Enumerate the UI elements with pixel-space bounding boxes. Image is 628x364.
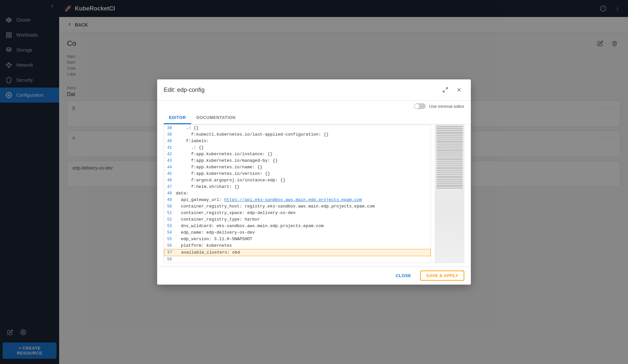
line-number: 52: [164, 216, 176, 223]
line-number: 45: [164, 171, 176, 177]
code-line-39: 39 f:kubectl.kubernetes.io/last-applied-…: [164, 131, 431, 138]
code-line-38: 38 .: {}: [164, 125, 431, 131]
line-number: 46: [164, 177, 176, 184]
line-content: container_registry_type: harbor: [176, 216, 431, 223]
line-content: .: {}: [176, 125, 431, 131]
line-number: 53: [164, 223, 176, 229]
modal-header: Edit: edp-config: [157, 79, 471, 101]
code-line-49: 49 api_gateway_url: https://api.eks-sand…: [164, 197, 431, 203]
code-line-56: 56 platform: kubernetes: [164, 242, 431, 249]
modal-toolbar: Use minimal editor: [157, 101, 471, 112]
line-number: 48: [164, 190, 176, 197]
fullscreen-button[interactable]: [440, 85, 451, 95]
line-number: 50: [164, 203, 176, 210]
line-content: container_registry_space: edp-delivery-o…: [176, 210, 431, 216]
edit-modal: Edit: edp-config Use minimal editor: [157, 79, 471, 285]
code-line-54: 54 edp_name: edp-delivery-os-dev: [164, 229, 431, 236]
line-content: dns_wildcard: eks-sandbox.aws.main.edp.p…: [176, 223, 431, 229]
line-content: f:argocd.argoproj.io/instance-edp: {}: [176, 177, 431, 184]
line-content: edp_name: edp-delivery-os-dev: [176, 229, 431, 236]
line-content: f:labels:: [176, 138, 431, 144]
line-content: api_gateway_url: https://api.eks-sandbox…: [176, 197, 431, 203]
line-number: 58: [164, 256, 176, 263]
line-content: f:app.kubernetes.io/instance: {}: [176, 151, 431, 157]
code-line-43: 43 f:app.kubernetes.io/managed-by: {}: [164, 157, 431, 164]
line-content: container_registry_host: registry.eks-sa…: [176, 203, 431, 210]
code-line-52: 52 container_registry_type: harbor: [164, 216, 431, 223]
tab-editor[interactable]: EDITOR: [164, 112, 191, 124]
minimap: [435, 124, 464, 263]
line-number: 41: [164, 144, 176, 151]
modal-close-button[interactable]: [454, 85, 464, 95]
editor-container: 38 .: {}39 f:kubectl.kubernetes.io/last-…: [157, 124, 471, 266]
line-number: 49: [164, 197, 176, 203]
code-line-42: 42 f:app.kubernetes.io/instance: {}: [164, 151, 431, 157]
line-number: 57: [164, 249, 176, 256]
close-button[interactable]: CLOSE: [390, 271, 416, 281]
line-content: f:kubectl.kubernetes.io/last-applied-con…: [176, 131, 431, 138]
line-content: data:: [176, 190, 431, 197]
line-content: f:app.kubernetes.io/name: {}: [176, 164, 431, 171]
code-line-41: 41 .: {}: [164, 144, 431, 151]
code-line-57: 57 available_clusters: okd: [164, 249, 431, 256]
modal-footer: CLOSE SAVE & APPLY: [157, 266, 471, 285]
code-line-40: 40 f:labels:: [164, 138, 431, 144]
line-content: f:app.kubernetes.io/managed-by: {}: [176, 157, 431, 164]
code-line-47: 47 f:helm.sh/chart: {}: [164, 184, 431, 190]
line-number: 54: [164, 229, 176, 236]
save-apply-button[interactable]: SAVE & APPLY: [420, 271, 464, 281]
line-number: 39: [164, 131, 176, 138]
line-content: available_clusters: okd: [176, 249, 430, 256]
toggle-label: Use minimal editor: [429, 104, 464, 109]
line-content: f:app.kubernetes.io/version: {}: [176, 171, 431, 177]
line-content: f:helm.sh/chart: {}: [176, 184, 431, 190]
code-line-46: 46 f:argocd.argoproj.io/instance-edp: {}: [164, 177, 431, 184]
line-number: 56: [164, 242, 176, 249]
line-content: platform: kubernetes: [176, 242, 431, 249]
line-content: .: {}: [176, 144, 431, 151]
modal-tabs: EDITOR DOCUMENTATION: [157, 112, 471, 124]
code-line-55: 55 edp_version: 3.11.0-SNAPSHOT: [164, 236, 431, 242]
minimal-editor-toggle[interactable]: [414, 103, 426, 109]
line-number: 55: [164, 236, 176, 242]
line-number: 44: [164, 164, 176, 171]
tab-documentation[interactable]: DOCUMENTATION: [191, 112, 241, 124]
svg-line-29: [443, 91, 445, 92]
line-content: edp_version: 3.11.0-SNAPSHOT: [176, 236, 431, 242]
svg-line-28: [446, 88, 448, 89]
code-line-51: 51 container_registry_space: edp-deliver…: [164, 210, 431, 216]
code-line-44: 44 f:app.kubernetes.io/name: {}: [164, 164, 431, 171]
line-number: 43: [164, 157, 176, 164]
line-number: 38: [164, 125, 176, 131]
modal-title: Edit: edp-config: [164, 87, 205, 93]
line-number: 42: [164, 151, 176, 157]
line-number: 51: [164, 210, 176, 216]
api-gateway-url-link[interactable]: https://api.eks-sandbox.aws.main.edp.pro…: [224, 197, 362, 202]
code-line-45: 45 f:app.kubernetes.io/version: {}: [164, 171, 431, 177]
code-editor[interactable]: 38 .: {}39 f:kubectl.kubernetes.io/last-…: [164, 124, 431, 263]
line-number: 40: [164, 138, 176, 144]
modal-backdrop[interactable]: Edit: edp-config Use minimal editor: [0, 0, 628, 364]
code-line-50: 50 container_registry_host: registry.eks…: [164, 203, 431, 210]
code-line-58: 58: [164, 256, 431, 263]
code-line-53: 53 dns_wildcard: eks-sandbox.aws.main.ed…: [164, 223, 431, 229]
line-number: 47: [164, 184, 176, 190]
modal-header-actions: [440, 85, 464, 95]
code-line-48: 48data:: [164, 190, 431, 197]
